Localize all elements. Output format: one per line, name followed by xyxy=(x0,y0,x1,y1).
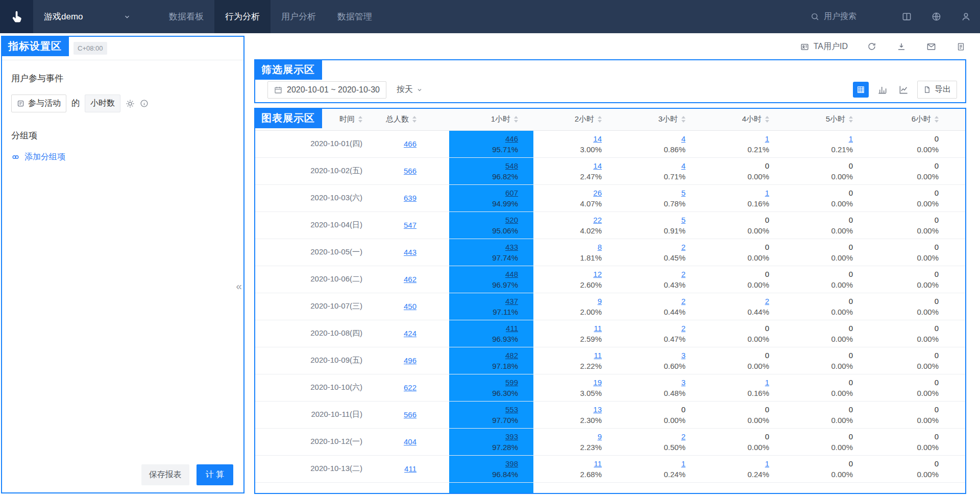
value-link[interactable]: 548 xyxy=(505,161,518,170)
project-selector[interactable]: 游戏demo xyxy=(44,11,131,22)
globe-icon[interactable] xyxy=(930,11,942,23)
nav-item-data-management[interactable]: 数据管理 xyxy=(327,0,383,33)
event-chip[interactable]: 参与活动 xyxy=(11,95,66,112)
value-link[interactable]: 13 xyxy=(593,405,602,414)
sort-icon[interactable] xyxy=(514,116,518,123)
total-link[interactable]: 424 xyxy=(404,329,416,338)
value-link[interactable]: 11 xyxy=(594,351,602,360)
value-link[interactable]: 16 xyxy=(593,491,602,494)
value-link[interactable]: 9 xyxy=(598,297,602,305)
value-link[interactable]: 2 xyxy=(765,297,769,305)
value-link[interactable]: 12 xyxy=(593,270,602,278)
bar-chart-view-button[interactable] xyxy=(874,82,890,98)
value-link[interactable]: 446 xyxy=(505,134,518,143)
value-link[interactable]: 2 xyxy=(681,491,685,494)
total-link[interactable]: 496 xyxy=(404,356,416,365)
column-header[interactable]: 6小时 xyxy=(868,109,965,130)
value-link[interactable]: 1 xyxy=(681,459,685,468)
value-link[interactable]: 520 xyxy=(505,216,518,224)
add-group-link[interactable]: 添加分组项 xyxy=(11,152,65,162)
calculate-button[interactable]: 计 算 xyxy=(197,464,233,485)
value-link[interactable]: 393 xyxy=(505,432,518,441)
sort-icon[interactable] xyxy=(598,116,602,123)
value-link[interactable]: 3 xyxy=(681,351,685,360)
value-link[interactable]: 5 xyxy=(681,216,685,224)
value-link[interactable]: 599 xyxy=(505,378,518,387)
value-link[interactable]: 9 xyxy=(598,432,602,441)
value-link[interactable]: 3 xyxy=(681,378,685,387)
nav-item-user-analysis[interactable]: 用户分析 xyxy=(271,0,327,33)
timezone-chip[interactable]: C+08:00 xyxy=(74,42,107,55)
column-header[interactable]: 2小时 xyxy=(533,109,617,130)
total-link[interactable]: 450 xyxy=(404,302,416,311)
user-search[interactable]: 用户搜索 xyxy=(811,11,856,22)
column-header[interactable]: 3小时 xyxy=(617,109,701,130)
value-link[interactable]: 2 xyxy=(681,243,685,251)
sort-icon[interactable] xyxy=(358,116,362,123)
nav-item-dashboard[interactable]: 数据看板 xyxy=(158,0,214,33)
total-link[interactable]: 466 xyxy=(404,139,416,148)
ta-user-id-toggle[interactable]: TA用户ID xyxy=(800,41,848,52)
value-link[interactable]: 1 xyxy=(765,134,769,143)
date-range-picker[interactable]: 2020-10-01 ~ 2020-10-30 xyxy=(267,81,386,99)
value-link[interactable]: 437 xyxy=(505,297,518,305)
sort-icon[interactable] xyxy=(935,116,939,123)
total-link[interactable]: 547 xyxy=(404,221,416,229)
value-link[interactable]: 2 xyxy=(681,432,685,441)
app-logo[interactable] xyxy=(0,0,33,33)
info-icon[interactable] xyxy=(140,99,149,108)
total-link[interactable]: 566 xyxy=(404,410,416,419)
gear-icon[interactable] xyxy=(126,99,135,108)
value-link[interactable]: 411 xyxy=(506,324,518,333)
value-link[interactable]: 553 xyxy=(505,405,518,414)
mail-icon[interactable] xyxy=(925,41,937,52)
value-link[interactable]: 433 xyxy=(505,243,518,251)
value-link[interactable]: 11 xyxy=(594,324,602,333)
granularity-select[interactable]: 按天 xyxy=(397,84,423,95)
sort-icon[interactable] xyxy=(681,116,685,123)
value-link[interactable]: 1 xyxy=(765,378,769,387)
save-report-button[interactable]: 保存报表 xyxy=(141,464,189,485)
value-link[interactable]: 412 xyxy=(505,491,518,494)
total-link[interactable]: 566 xyxy=(404,167,416,175)
total-link[interactable]: 443 xyxy=(404,248,416,256)
total-link[interactable]: 462 xyxy=(404,275,416,284)
column-header[interactable]: 1小时 xyxy=(449,109,533,130)
sort-icon[interactable] xyxy=(849,116,853,123)
user-icon[interactable] xyxy=(960,11,972,23)
report-icon[interactable] xyxy=(955,41,966,52)
table-view-button[interactable] xyxy=(853,82,869,98)
value-link[interactable]: 4 xyxy=(681,161,685,170)
layout-columns-icon[interactable] xyxy=(900,11,913,23)
value-link[interactable]: 398 xyxy=(505,459,518,468)
collapse-sidebar-handle[interactable]: « xyxy=(236,281,242,291)
value-link[interactable]: 1 xyxy=(849,134,853,143)
total-link[interactable]: 404 xyxy=(404,437,416,446)
line-chart-view-button[interactable] xyxy=(896,82,912,98)
value-link[interactable]: 482 xyxy=(505,351,518,360)
value-link[interactable]: 8 xyxy=(598,243,602,251)
refresh-icon[interactable] xyxy=(866,41,877,52)
value-link[interactable]: 5 xyxy=(681,188,685,197)
value-link[interactable]: 26 xyxy=(593,188,602,197)
export-button[interactable]: 导出 xyxy=(917,81,957,99)
value-link[interactable]: 14 xyxy=(593,134,602,143)
value-link[interactable]: 1 xyxy=(765,459,769,468)
value-link[interactable]: 14 xyxy=(593,161,602,170)
value-link[interactable]: 19 xyxy=(593,378,602,387)
total-link[interactable]: 639 xyxy=(404,194,416,202)
measure-chip[interactable]: 小时数 xyxy=(85,95,120,112)
value-link[interactable]: 2 xyxy=(681,270,685,278)
total-link[interactable]: 622 xyxy=(404,383,416,392)
total-link[interactable]: 411 xyxy=(404,464,416,473)
value-link[interactable]: 448 xyxy=(505,270,518,278)
sort-icon[interactable] xyxy=(765,116,769,123)
value-link[interactable]: 1 xyxy=(765,188,769,197)
value-link[interactable]: 4 xyxy=(681,134,685,143)
sort-icon[interactable] xyxy=(412,116,416,123)
column-header[interactable]: 总人数 xyxy=(378,109,449,130)
value-link[interactable]: 2 xyxy=(681,324,685,333)
value-link[interactable]: 607 xyxy=(505,188,518,197)
column-header[interactable]: 4小时 xyxy=(701,109,785,130)
value-link[interactable]: 22 xyxy=(593,216,602,224)
